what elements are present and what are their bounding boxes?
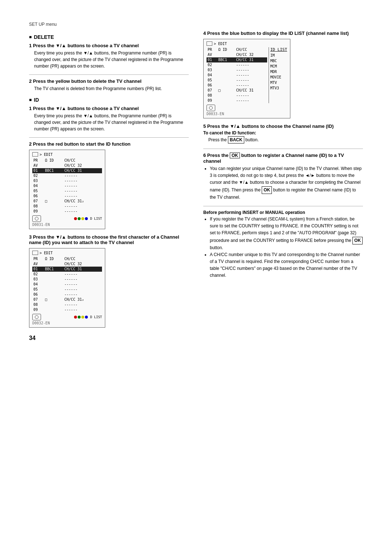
table-row: 05------ [207, 78, 267, 83]
cell-id [44, 194, 63, 199]
table-row: 03------ [32, 178, 102, 183]
list-item: MOVIE [270, 74, 287, 80]
cell-chcc: ------ [235, 62, 267, 68]
cell-pr: AV [32, 163, 44, 168]
id-step1-title: 1 Press the ▼/▲ buttons to choose a TV c… [29, 106, 189, 111]
id-list-items: IМ MBC MCM MDR MOVIE MTV MTV3 [270, 53, 287, 91]
table-row: 08------ [32, 302, 102, 307]
cell-id [44, 277, 63, 282]
cell-id [44, 262, 63, 267]
cell-id-header: Ω ID [44, 158, 63, 163]
id-list-header: ID LIST [270, 47, 287, 52]
table-row: 09------ [207, 98, 267, 103]
cell-id [44, 287, 63, 292]
cell-chcc: ------ [63, 194, 102, 199]
blue-dot-btn-1 [85, 217, 88, 220]
cell-chcc: CH/CC 31 [235, 57, 267, 62]
right-step4-title: 4 Press the blue button to display the I… [203, 31, 363, 36]
screen3-titlebar: > EDIT [207, 41, 287, 46]
cell-id: □ [44, 297, 63, 302]
list-item: IМ [270, 53, 287, 58]
cell-id: □ [44, 199, 63, 204]
tv-icon-1 [32, 152, 38, 157]
cell-chcc: ------ [63, 292, 102, 297]
cell-id [44, 282, 63, 287]
table-row: 07□CH/CC 31₂ [32, 199, 102, 204]
cell-id [44, 163, 63, 168]
back-button-ref: BACK [228, 136, 244, 143]
tv-icon-3 [207, 41, 212, 46]
cell-id [44, 173, 63, 178]
screen1-controls: D LIST [32, 215, 102, 222]
right-step5-title: 5 Press the ▼/▲ buttons to choose the Ch… [203, 123, 363, 129]
screen1-titlebar: > EDIT [32, 152, 102, 157]
table-row: 08------ [207, 93, 267, 98]
cell-chcc: ------ [63, 209, 102, 214]
cell-chcc: ------ [63, 183, 102, 189]
right-step4-num: 4 [203, 31, 207, 36]
ok-button-ref-6: OK [230, 153, 240, 158]
btn-row-1: D LIST [74, 217, 102, 220]
table-row: 06------ [32, 292, 102, 297]
table-row: 09------ [32, 209, 102, 214]
table-row: 02------ [207, 62, 267, 68]
id-step2-title-text: Press the red button to start the ID fun… [33, 141, 131, 147]
id-step3-num: 3 [29, 234, 33, 240]
insert-manual-section: Before performing INSERT or MANUAL opera… [203, 210, 363, 279]
id-step2-num: 2 [29, 141, 33, 147]
cell-id [44, 183, 63, 189]
green-dot-btn-1 [78, 217, 81, 220]
list-item: MBC [270, 58, 287, 64]
table-row: 09------ [32, 307, 102, 312]
cell-pr: 01 [32, 267, 44, 272]
cell-chcc: ------ [235, 73, 267, 78]
cell-chcc: ------ [235, 93, 267, 98]
blue-dot-btn-2 [85, 316, 88, 319]
left-column: DELETE 1 Press the ▼/▲ buttons to choose… [29, 31, 189, 341]
cell-id [44, 178, 63, 183]
delete-step1-body: Every time you press the ▼/▲ buttons, th… [34, 50, 189, 69]
cell-chcc: CH/CC 31₂ [63, 297, 102, 302]
cell-id [44, 307, 63, 312]
id-step2: 2 Press the red button to start the ID f… [29, 141, 189, 229]
green-dot-btn-2 [78, 316, 81, 319]
cell-id [44, 189, 63, 194]
list-item: MTV [270, 80, 287, 85]
cell-pr: 02 [207, 62, 217, 68]
cell-chcc: ------ [63, 178, 102, 183]
right-step5-num: 5 [203, 123, 207, 129]
cell-chcc: CH/CC 31 [63, 168, 102, 173]
cell-pr: 01 [207, 57, 217, 62]
list-item: MCM [270, 64, 287, 69]
table-row: 06------ [207, 83, 267, 88]
cell-pr: 06 [32, 292, 44, 297]
cell-chcc: ------ [63, 302, 102, 307]
cell-chcc: ------ [235, 78, 267, 83]
cell-pr: PR [32, 256, 44, 262]
cell-chcc: ------ [63, 282, 102, 287]
insert-manual-title: Before performing INSERT or MANUAL opera… [203, 210, 363, 215]
cell-chcc: ------ [63, 277, 102, 282]
cell-chcc: CH/CC 32 [235, 52, 267, 57]
cell-pr: 03 [207, 68, 217, 73]
btn-row-2: D LIST [74, 315, 102, 319]
table-row: PR Ω ID CH/CC [32, 256, 102, 262]
table-row: 04------ [32, 183, 102, 189]
cell-pr: 07 [32, 199, 44, 204]
delete-step1-title-text: Press the ▼/▲ buttons to choose a TV cha… [33, 43, 139, 48]
list-item: MDR [270, 69, 287, 74]
screen2-titlebar: > EDIT [32, 251, 102, 255]
screen1-d-code: D0031-EN [32, 223, 102, 227]
cell-id [217, 52, 235, 57]
cell-chcc: ------ [235, 68, 267, 73]
cell-id: □ [217, 88, 235, 93]
cell-pr: 07 [32, 297, 44, 302]
cell-id-header: Ω ID [217, 47, 235, 52]
table-row: 06------ [32, 194, 102, 199]
table-row: 05------ [32, 189, 102, 194]
cell-chcc-header: CH/CC [235, 47, 267, 52]
delete-step2-num: 2 [29, 78, 33, 84]
camera-icon-1 [32, 215, 41, 222]
delete-section-header: DELETE [29, 34, 189, 40]
list-item: A CH/CC number unique to this TV and cor… [210, 251, 363, 279]
